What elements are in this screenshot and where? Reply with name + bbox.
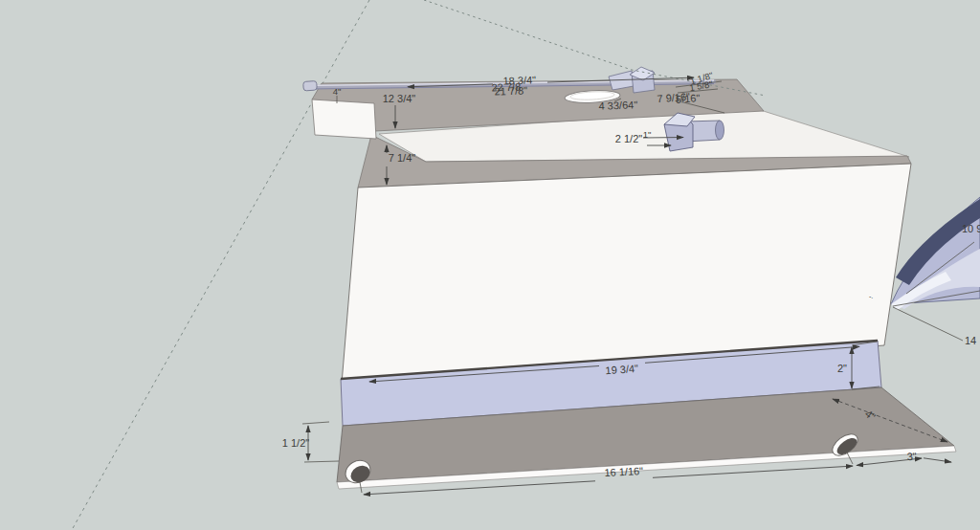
dim-label-1[interactable]: 1" <box>643 129 652 140</box>
dim-label-7-14[interactable]: 7 1/4" <box>389 152 415 164</box>
dim-label-4-top[interactable]: 4" <box>333 86 342 97</box>
dim-label-4-3364[interactable]: 4 33/64" <box>598 99 637 111</box>
dim-label-19-34[interactable]: 19 3/4" <box>605 363 638 376</box>
dim-label-16-116[interactable]: 16 1/16" <box>604 465 643 478</box>
big-elbow-cap <box>716 121 724 140</box>
rod-end-cap[interactable] <box>303 81 318 91</box>
dim-label-mark: -. <box>869 293 873 299</box>
model-viewport[interactable]: 4" 18 3/4" 22 7/8 21 7/8" 12 3/4" 4 33/6… <box>0 0 980 530</box>
dim-label-14[interactable]: 14 <box>965 335 976 346</box>
model-canvas[interactable]: 4" 18 3/4" 22 7/8 21 7/8" 12 3/4" 4 33/6… <box>0 0 980 530</box>
dim-label-2[interactable]: 2" <box>837 363 847 374</box>
dim-label-3[interactable]: 3" <box>906 451 917 463</box>
dim-label-5-16[interactable]: 5/16" <box>676 92 701 105</box>
dim-label-1-12[interactable]: 1 1/2" <box>282 437 309 449</box>
dim-label-2-12[interactable]: 2 1/2" <box>615 133 642 144</box>
dim-label-21-78[interactable]: 21 7/8" <box>494 84 527 97</box>
dim-label-12-34[interactable]: 12 3/4" <box>383 93 416 104</box>
top-plate-left-end-face[interactable] <box>312 99 376 139</box>
dim-label-10-9[interactable]: 10 9 <box>962 223 980 234</box>
